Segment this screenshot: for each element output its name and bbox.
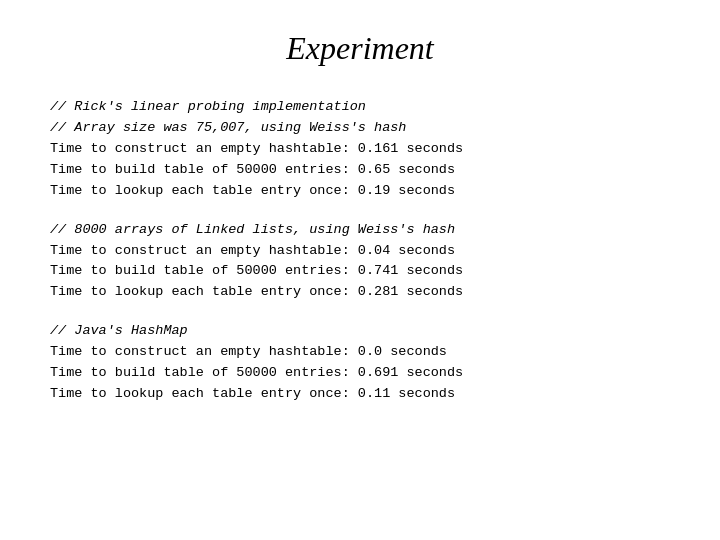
section-2-line-2: Time to build table of 50000 entries: 0.… [50,261,670,282]
section-1-comment-2: // Array size was 75,007, using Weiss's … [50,118,670,139]
section-3-comment-1: // Java's HashMap [50,321,670,342]
section-3: // Java's HashMap Time to construct an e… [50,321,670,405]
section-3-line-3: Time to lookup each table entry once: 0.… [50,384,670,405]
section-1-line-1: Time to construct an empty hashtable: 0.… [50,139,670,160]
section-3-line-2: Time to build table of 50000 entries: 0.… [50,363,670,384]
section-1-comment-1: // Rick's linear probing implementation [50,97,670,118]
section-1-line-2: Time to build table of 50000 entries: 0.… [50,160,670,181]
section-3-line-1: Time to construct an empty hashtable: 0.… [50,342,670,363]
section-1-line-3: Time to lookup each table entry once: 0.… [50,181,670,202]
section-1: // Rick's linear probing implementation … [50,97,670,202]
section-2-line-1: Time to construct an empty hashtable: 0.… [50,241,670,262]
section-2-line-3: Time to lookup each table entry once: 0.… [50,282,670,303]
code-block: // Rick's linear probing implementation … [50,97,670,405]
section-2: // 8000 arrays of Linked lists, using We… [50,220,670,304]
page-container: Experiment // Rick's linear probing impl… [0,0,720,540]
page-title: Experiment [50,30,670,67]
section-2-comment-1: // 8000 arrays of Linked lists, using We… [50,220,670,241]
